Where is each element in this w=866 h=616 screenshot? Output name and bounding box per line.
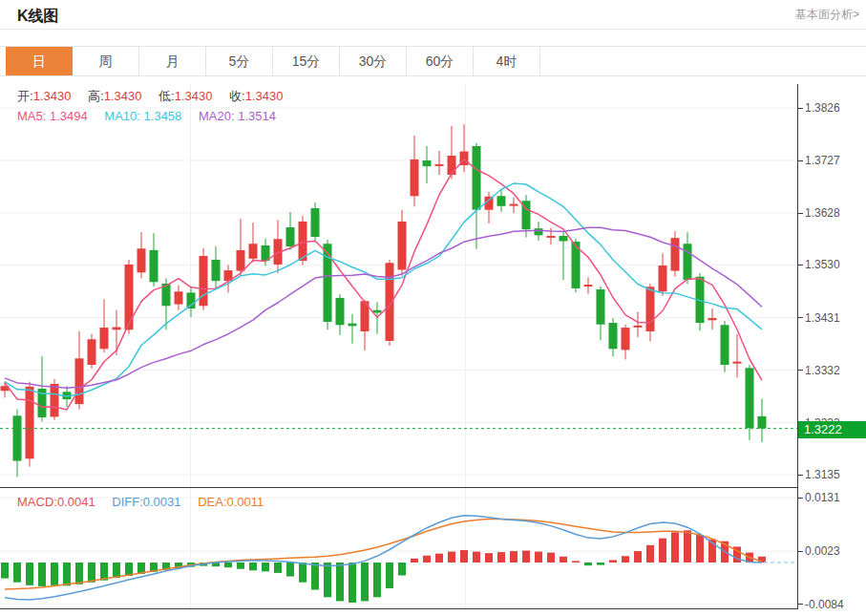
candle-body[interactable] <box>547 236 556 238</box>
candle-body[interactable] <box>113 328 121 330</box>
candle-body[interactable] <box>423 160 432 166</box>
macd-bar <box>448 552 455 563</box>
axis-tick-label: -0.0084 <box>805 598 844 611</box>
candle-body[interactable] <box>721 325 729 365</box>
tab-month[interactable]: 月 <box>139 47 206 75</box>
candle-body[interactable] <box>349 324 357 327</box>
diff-value: 0.0031 <box>143 495 181 509</box>
macd-bar <box>646 545 654 563</box>
candle-body[interactable] <box>150 250 158 282</box>
macd-bar <box>237 563 244 569</box>
candle-body[interactable] <box>758 416 767 429</box>
macd-bar <box>485 553 493 563</box>
candle-body[interactable] <box>622 328 630 350</box>
candle-body[interactable] <box>733 362 742 364</box>
ma5-line <box>5 159 762 410</box>
tab-day[interactable]: 日 <box>6 47 73 75</box>
candle-body[interactable] <box>286 227 295 246</box>
tab-4hour[interactable]: 4时 <box>474 47 540 75</box>
open-label: 开: <box>17 89 33 103</box>
candle-body[interactable] <box>497 196 506 206</box>
candle-body[interactable] <box>708 318 717 320</box>
candle-body[interactable] <box>175 291 183 304</box>
macd-label: MACD: <box>17 495 57 509</box>
macd-bar <box>398 563 406 575</box>
macd-bar <box>1 563 9 579</box>
candles-layer <box>1 124 767 477</box>
macd-bar <box>299 563 306 583</box>
candle-body[interactable] <box>609 323 618 349</box>
candle-body[interactable] <box>646 287 655 331</box>
high-label: 高: <box>88 89 104 103</box>
macd-bar <box>522 551 530 563</box>
ma10-value: 1.3458 <box>144 109 182 123</box>
axis-tick-label: 1.3826 <box>805 101 840 115</box>
candle-body[interactable] <box>51 384 59 416</box>
open-value: 1.3430 <box>33 89 72 103</box>
macd-bar <box>597 563 604 565</box>
macd-bar <box>51 563 58 585</box>
axis-tick-label: 1.3332 <box>805 364 840 377</box>
macd-bar <box>324 563 331 597</box>
macd-bar <box>361 563 369 601</box>
macd-bar <box>659 539 666 563</box>
macd-bar <box>696 535 704 563</box>
macd-bar <box>100 563 108 581</box>
macd-bar <box>286 563 294 577</box>
candle-body[interactable] <box>659 266 667 291</box>
current-price-tag: 1.3222 <box>798 421 866 438</box>
axis-tick-label: 0.0023 <box>805 544 840 558</box>
macd-bar <box>584 563 592 565</box>
candle-body[interactable] <box>560 236 568 242</box>
axis-tick-label: 1.3628 <box>805 206 840 220</box>
candle-body[interactable] <box>299 222 307 261</box>
candle-body[interactable] <box>671 238 680 270</box>
candle-body[interactable] <box>411 159 419 196</box>
tab-15min[interactable]: 15分 <box>273 47 340 75</box>
candle-body[interactable] <box>510 204 518 206</box>
period-tab-bar: 日 周 月 5分 15分 30分 60分 4时 <box>0 46 866 76</box>
candle-body[interactable] <box>473 146 481 210</box>
candle-body[interactable] <box>75 358 84 404</box>
macd-bar <box>473 552 480 563</box>
macd-bar <box>224 563 232 567</box>
ma5-label: MA5: <box>17 109 46 123</box>
diff-label: DIFF: <box>112 495 143 509</box>
candle-body[interactable] <box>597 289 605 325</box>
tab-week[interactable]: 周 <box>73 47 139 75</box>
tab-5min[interactable]: 5分 <box>206 47 273 75</box>
candle-body[interactable] <box>746 368 754 428</box>
candle-body[interactable] <box>88 339 96 365</box>
candle-body[interactable] <box>137 248 146 272</box>
ma20-value: 1.3514 <box>238 109 276 123</box>
candle-body[interactable] <box>13 415 22 460</box>
candle-body[interactable] <box>100 328 109 349</box>
candle-body[interactable] <box>448 156 456 175</box>
candle-body[interactable] <box>125 265 134 329</box>
macd-bar <box>88 563 95 583</box>
candle-body[interactable] <box>435 164 444 166</box>
tab-60min[interactable]: 60分 <box>407 47 474 75</box>
axis-layer: 1.38261.37271.36281.35301.34311.33321.32… <box>0 84 844 611</box>
candle-body[interactable] <box>336 298 345 325</box>
candle-body[interactable] <box>535 228 543 235</box>
candle-body[interactable] <box>584 285 593 287</box>
candle-body[interactable] <box>311 208 320 237</box>
macd-bar <box>497 552 505 563</box>
candle-body[interactable] <box>634 326 643 328</box>
dea-label: DEA: <box>198 495 226 509</box>
candle-body[interactable] <box>373 310 382 313</box>
macd-bar <box>262 563 269 571</box>
ohlc-legend: 开:1.3430 高:1.3430 低:1.3430 收:1.3430 <box>17 88 296 105</box>
macd-bar <box>75 563 83 584</box>
candle-body[interactable] <box>249 244 258 259</box>
tab-30min[interactable]: 30分 <box>340 47 407 75</box>
macd-bar <box>547 553 555 563</box>
candle-body[interactable] <box>684 244 692 280</box>
ma-legend: MA5: 1.3494 MA10: 1.3458 MA20: 1.3514 <box>17 109 289 123</box>
candle-body[interactable] <box>398 222 407 270</box>
macd-bar <box>13 563 21 583</box>
candle-body[interactable] <box>237 250 245 271</box>
candle-body[interactable] <box>212 260 221 281</box>
candle-body[interactable] <box>26 387 34 459</box>
